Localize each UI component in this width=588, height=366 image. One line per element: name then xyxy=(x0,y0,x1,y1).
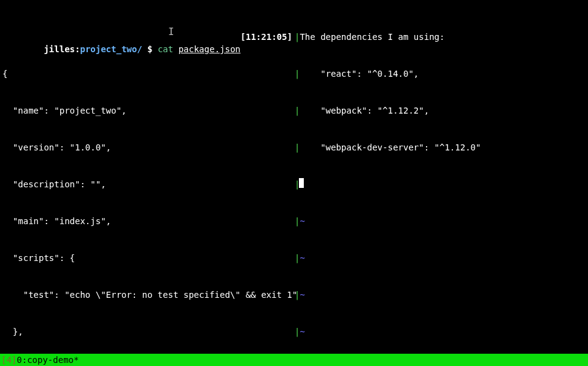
output-line: "version": "1.0.0", xyxy=(2,141,295,154)
pane-divider-icon: | xyxy=(295,68,300,80)
editor-line: | "webpack": "^1.12.2", xyxy=(295,104,588,117)
tilde-icon: ~ xyxy=(300,252,304,264)
pane-divider-icon: | xyxy=(295,252,300,264)
output-line: "scripts": { xyxy=(2,252,295,264)
command-name: cat xyxy=(158,44,173,54)
tmux-status-bar[interactable]: [4] 0:copy-demo* xyxy=(0,354,588,366)
prompt-path: project_two/ xyxy=(80,44,142,54)
editor-line: | "webpack-dev-server": "^1.12.0" xyxy=(295,141,588,154)
prompt-dollar: $ xyxy=(147,44,152,54)
tilde-icon: ~ xyxy=(300,289,304,301)
editor-line: |The dependencies I am using: xyxy=(295,31,588,43)
cursor-icon xyxy=(299,178,304,188)
output-line: }, xyxy=(2,325,295,338)
output-line: "name": "project_two", xyxy=(2,104,295,117)
output-line: { xyxy=(2,68,295,80)
left-pane[interactable]: jilles:project_two/ $ cat package.json [… xyxy=(0,0,295,354)
status-tab-name: 0:copy-demo* xyxy=(17,354,79,366)
tilde-icon: ~ xyxy=(300,215,304,227)
prompt-user: jilles xyxy=(44,44,75,54)
output-line: "description": "", xyxy=(2,178,295,190)
editor-empty-line: |~ xyxy=(295,325,588,338)
editor-empty-line: |~ xyxy=(295,289,588,301)
terminal-container: jilles:project_two/ $ cat package.json [… xyxy=(0,0,588,354)
editor-line: | "react": "^0.14.0", xyxy=(295,68,588,80)
pane-divider-icon: | xyxy=(295,325,300,338)
timestamp-1: [11:21:05] xyxy=(241,31,292,43)
command-arg: package.json xyxy=(179,44,241,54)
tilde-icon: ~ xyxy=(300,325,304,338)
output-line: "main": "index.js", xyxy=(2,215,295,227)
right-pane[interactable]: |The dependencies I am using: | "react":… xyxy=(295,0,588,354)
editor-cursor-line: | xyxy=(295,178,588,190)
editor-empty-line: |~ xyxy=(295,252,588,264)
status-window-number: [4] xyxy=(1,354,17,366)
pane-divider-icon: | xyxy=(295,104,300,117)
pane-divider-icon: | xyxy=(295,141,300,154)
pane-divider-icon: | xyxy=(295,289,300,301)
output-line: "test": "echo \"Error: no test specified… xyxy=(2,289,295,301)
prompt-line-1: jilles:project_two/ $ cat package.json [… xyxy=(2,31,295,43)
pane-divider-icon: | xyxy=(295,31,300,43)
pane-divider-icon: | xyxy=(295,215,300,227)
editor-empty-line: |~ xyxy=(295,215,588,227)
